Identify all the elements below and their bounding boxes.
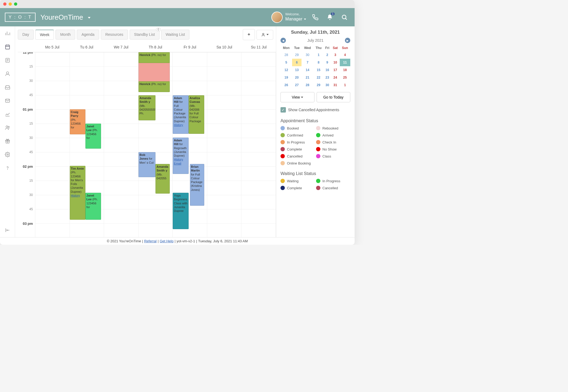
nav-gift-icon[interactable] <box>4 137 11 145</box>
appointment[interactable]: Adam Hill for Full Colour Package (Junan… <box>173 95 188 134</box>
minical-day[interactable]: 21 <box>302 74 313 81</box>
minical-day[interactable]: 25 <box>340 74 350 81</box>
view-tab-month[interactable]: Month <box>56 30 75 40</box>
day-column[interactable]: Adam Hill for Full Colour Package (Junan… <box>172 52 207 237</box>
avatar[interactable] <box>271 12 283 23</box>
day-column[interactable]: Henrick (Ph. no) forHenrick (Ph. no) for… <box>138 52 173 237</box>
day-header[interactable]: Su 11 Jul <box>241 42 276 52</box>
day-header[interactable]: Fr 9 Jul <box>173 42 207 52</box>
appointment[interactable]: Brian Martin for Full Colour Package (Kr… <box>190 164 204 206</box>
minical-day[interactable]: 28 <box>302 81 313 89</box>
minical-day[interactable]: 10 <box>331 59 340 66</box>
view-tab-waiting-list[interactable]: Waiting List <box>161 30 190 40</box>
minical-day[interactable]: 26 <box>280 81 292 89</box>
nav-settings-icon[interactable] <box>4 151 11 158</box>
search-icon[interactable] <box>339 12 350 23</box>
window-close-icon[interactable] <box>3 2 6 6</box>
view-dropdown-button[interactable]: View <box>280 92 314 102</box>
minical-day[interactable]: 15 <box>313 66 324 74</box>
view-tab-standby-list[interactable]: Standby List0 <box>130 30 160 40</box>
appointment[interactable]: Janet Lee (Ph. 123456 for <box>85 193 101 220</box>
view-tab-resources[interactable]: Resources <box>101 30 128 40</box>
minical-day[interactable]: 11 <box>340 59 350 66</box>
minical-day[interactable]: 14 <box>302 66 313 74</box>
appointment-link[interactable]: History <box>71 194 80 197</box>
day-header[interactable]: Th 8 Jul <box>138 42 173 52</box>
appointment[interactable]: Amanda Smith y (Mb. 042055 <box>155 164 170 194</box>
appointment[interactable]: Yoga Beginners Class with Junanita Dupre… <box>173 193 188 229</box>
minical-day[interactable]: 18 <box>340 66 350 74</box>
minical-day[interactable]: 29 <box>313 81 324 89</box>
appointment[interactable]: Amanda Smith y (Mb. 0420555555 Ph. <box>138 95 155 120</box>
minical-day[interactable]: 4 <box>340 51 350 59</box>
appointment[interactable]: Henrick (Ph. no) for <box>138 81 170 92</box>
go-to-today-button[interactable]: Go to Today <box>317 92 351 102</box>
nav-reports-icon[interactable] <box>4 110 11 118</box>
minical-day[interactable]: 2 <box>324 51 331 59</box>
minical-day[interactable]: 12 <box>280 66 292 74</box>
minical-day[interactable]: 29 <box>292 51 302 59</box>
nav-dashboard-icon[interactable] <box>4 30 11 37</box>
minical-day[interactable]: 22 <box>313 74 324 81</box>
minical-day[interactable]: 31 <box>331 81 340 89</box>
window-zoom-icon[interactable] <box>14 2 17 6</box>
minical-day[interactable]: 9 <box>324 59 331 66</box>
day-header[interactable]: Sa 10 Jul <box>207 42 242 52</box>
appointment[interactable]: Adam Hill for Regrowth (Junanita Dupree)… <box>173 138 188 174</box>
nav-mail-icon[interactable] <box>4 97 11 104</box>
appointment[interactable]: Analiza Cuevas (Mb. 042006 for Full Colo… <box>189 95 204 134</box>
appointment[interactable]: Tim Amie (Ph. 123456 for Men's Foils (Ju… <box>70 166 85 220</box>
nav-help-icon[interactable] <box>4 164 11 172</box>
day-column[interactable] <box>207 52 241 237</box>
next-month-button[interactable]: ▶ <box>345 38 350 43</box>
show-cancelled-checkbox[interactable]: ✓ <box>280 107 286 113</box>
minical-day[interactable]: 28 <box>280 51 292 59</box>
day-header[interactable]: Mo 5 Jul <box>35 42 70 52</box>
day-column[interactable] <box>241 52 276 237</box>
day-column[interactable] <box>104 52 138 237</box>
nav-calendar-icon[interactable] <box>4 43 11 51</box>
minical-day[interactable]: 30 <box>302 51 313 59</box>
minical-day[interactable]: 7 <box>302 59 313 66</box>
nav-staff-icon[interactable] <box>4 124 11 131</box>
footer-referral-link[interactable]: Referral <box>144 239 157 243</box>
minical-day[interactable]: 8 <box>313 59 324 66</box>
minical-day[interactable]: 1 <box>313 51 324 59</box>
app-logo[interactable]: Y : O : T <box>5 13 36 22</box>
mini-calendar[interactable]: MonTueWedThuFriSatSun2829301234567891011… <box>280 45 350 89</box>
bell-icon[interactable]: 1 <box>324 12 335 23</box>
filter-staff-button[interactable] <box>257 30 273 40</box>
day-column[interactable]: Craig Parry (Ph. 123456 forJanet Lee (Ph… <box>70 52 104 237</box>
calendar-grid[interactable]: 12 pm15304501 pm15304502 pm15304503 pm C… <box>18 52 276 237</box>
appointment[interactable]: Bob Jones for Men' s Cut <box>138 152 155 177</box>
nav-inbox-icon[interactable] <box>4 83 11 91</box>
view-tab-week[interactable]: Week <box>35 30 54 40</box>
footer-gethelp-link[interactable]: Get Help <box>160 239 174 243</box>
minical-day[interactable]: 13 <box>292 66 302 74</box>
day-column[interactable] <box>35 52 70 237</box>
minical-day[interactable]: 6 <box>292 59 302 66</box>
appointment-link[interactable]: Email <box>174 162 181 165</box>
minical-day[interactable]: 19 <box>280 74 292 81</box>
appointment-link[interactable]: History <box>174 123 183 127</box>
nav-collapse-icon[interactable] <box>4 226 11 234</box>
appointment[interactable]: Janet Lee (Ph. 123456 for <box>85 124 101 149</box>
minical-day[interactable]: 20 <box>292 74 302 81</box>
view-tab-agenda[interactable]: Agenda <box>77 30 99 40</box>
app-title[interactable]: YoureOnTime <box>40 13 91 22</box>
minical-day[interactable]: 30 <box>324 81 331 89</box>
minical-day[interactable]: 27 <box>292 81 302 89</box>
minical-day[interactable]: 24 <box>331 74 340 81</box>
view-tab-day[interactable]: Day <box>18 30 34 40</box>
window-minimize-icon[interactable] <box>9 2 12 6</box>
minical-day[interactable]: 3 <box>331 51 340 59</box>
nav-notes-icon[interactable] <box>4 57 11 64</box>
user-menu[interactable]: Welcome, Manager <box>285 12 306 22</box>
minical-day[interactable]: 17 <box>331 66 340 74</box>
appointment-link[interactable]: History <box>174 158 183 161</box>
day-header[interactable]: We 7 Jul <box>104 42 138 52</box>
add-appointment-button[interactable]: + <box>243 29 255 40</box>
appointment[interactable]: Craig Parry (Ph. 123456 for <box>70 109 85 134</box>
minical-day[interactable]: 5 <box>280 59 292 66</box>
appointment[interactable]: Henrick (Ph. no) for <box>138 52 170 63</box>
